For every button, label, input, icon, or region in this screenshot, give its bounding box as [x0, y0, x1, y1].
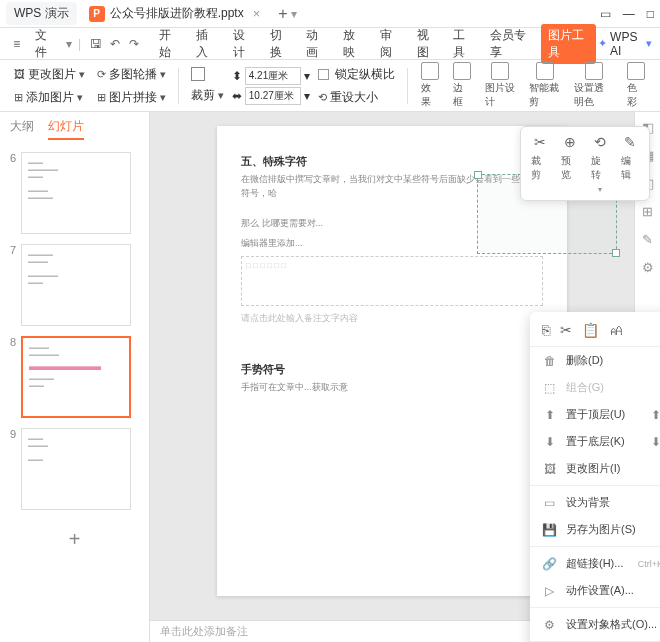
pic-tile-button[interactable]: ⊞ 图片拼接 ▾: [93, 87, 170, 108]
file-menu[interactable]: 文件: [27, 24, 64, 64]
crop-label[interactable]: 裁剪▾: [187, 85, 228, 106]
menu-transition[interactable]: 切换: [263, 24, 298, 64]
menu-review[interactable]: 审阅: [373, 24, 408, 64]
multi-rotate-button[interactable]: ⟳ 多图轮播 ▾: [93, 64, 170, 85]
current-slide: 五、特殊字符 在微信排版中撰写文章时，当我们对文中某些符号后面缺少会看到一些特殊…: [217, 126, 567, 596]
ctx-label: 超链接(H)...: [566, 556, 629, 571]
add-tab-button[interactable]: +: [278, 5, 287, 23]
rside-btn-4[interactable]: ⊞: [640, 204, 656, 220]
ctx-icon: 💾: [542, 523, 557, 537]
ctx-item-0[interactable]: 🗑删除(D)›: [530, 347, 660, 374]
ctx-item-6[interactable]: 💾另存为图片(S)›: [530, 516, 660, 543]
border-button[interactable]: 边框: [448, 62, 476, 109]
rotate-icon: ⟲: [591, 133, 609, 151]
width-icon: ⬌: [232, 89, 242, 103]
transparency-button[interactable]: 设置透明色: [569, 62, 618, 109]
color-button[interactable]: 色彩: [622, 62, 650, 109]
ctx-icon: ⬇: [542, 435, 557, 449]
ctx-label: 置于顶层(U): [566, 407, 639, 422]
file-tab[interactable]: P 公众号排版进阶教程.pptx ×: [81, 2, 269, 25]
slide-panel: 大纲 幻灯片 6▬▬▬▬▬▬▬▬▬▬▬▬▬▬▬▬▬▬▬▬▬ 7▬▬▬▬▬▬▬▬▬…: [0, 112, 150, 642]
ctx-icon: 🖼: [542, 462, 557, 476]
ctx-item-4[interactable]: 🖼更改图片(I)›: [530, 455, 660, 482]
maximize-icon[interactable]: □: [647, 7, 654, 21]
edit-icon: ✎: [621, 133, 639, 151]
undo-icon[interactable]: ↶: [106, 37, 123, 51]
tab-slides[interactable]: 幻灯片: [48, 118, 84, 140]
ctx-label: 更改图片(I): [566, 461, 651, 476]
thumbnails: 6▬▬▬▬▬▬▬▬▬▬▬▬▬▬▬▬▬▬▬▬▬ 7▬▬▬▬▬▬▬▬▬▬▬▬▬▬▬▬…: [0, 146, 149, 642]
slide-text: 手指可在文章中...获取示意: [241, 381, 543, 395]
float-edit[interactable]: ✎编辑: [621, 133, 639, 194]
ctx-item-5[interactable]: ▭设为背景: [530, 489, 660, 516]
cut-icon[interactable]: ✂: [560, 322, 572, 338]
wps-ai-button[interactable]: ✦ WPS AI ▾: [598, 30, 652, 58]
menu-member[interactable]: 会员专享: [483, 24, 539, 64]
ctx-item-2[interactable]: ⬆置于顶层(U)⬆: [530, 401, 660, 428]
thumb-7[interactable]: ▬▬▬▬▬▬▬▬▬▬▬▬▬▬▬▬▬▬: [21, 244, 131, 326]
context-menu: ⎘ ✂ 📋 🗚 🗑删除(D)›⬚组合(G)›⬆置于顶层(U)⬆⬇置于底层(K)⬇…: [530, 312, 660, 642]
ctx-icon: ⬚: [542, 381, 557, 395]
float-preview[interactable]: ⊕预览: [561, 133, 579, 194]
slide-canvas[interactable]: 五、特殊字符 在微信排版中撰写文章时，当我们对文中某些符号后面缺少会看到一些特殊…: [150, 112, 634, 620]
ribbon-toolbar: 🖼 更改图片 ▾ ⊞ 添加图片 ▾ ⟳ 多图轮播 ▾ ⊞ 图片拼接 ▾ 裁剪▾ …: [0, 60, 660, 112]
paste-icon[interactable]: 📋: [582, 322, 599, 338]
height-input[interactable]: [245, 87, 301, 105]
close-tab-icon[interactable]: ×: [253, 6, 261, 21]
pic-design-button[interactable]: 图片设计: [480, 62, 521, 109]
effect-button[interactable]: 效果: [416, 62, 444, 109]
ctx-label: 另存为图片(S): [566, 522, 651, 537]
crop-button[interactable]: [187, 65, 228, 83]
copy-icon[interactable]: ⎘: [542, 322, 550, 338]
file-name: 公众号排版进阶教程.pptx: [110, 5, 244, 22]
thumb-8[interactable]: ▬▬▬▬▬▬▬▬▬▬▬▬▬▬▬▬▬▬▬▬▬▬▬▬: [21, 336, 131, 418]
add-pic-button[interactable]: ⊞ 添加图片 ▾: [10, 87, 89, 108]
ctx-icon: ⬆: [542, 408, 557, 422]
thumb-6[interactable]: ▬▬▬▬▬▬▬▬▬▬▬▬▬▬▬▬▬▬▬▬▬: [21, 152, 131, 234]
change-pic-button[interactable]: 🖼 更改图片 ▾: [10, 64, 89, 85]
ctx-item-3[interactable]: ⬇置于底层(K)⬇: [530, 428, 660, 455]
menu-view[interactable]: 视图: [410, 24, 445, 64]
lock-ratio-check[interactable]: 锁定纵横比: [314, 64, 399, 85]
format-icon[interactable]: 🗚: [609, 322, 623, 338]
slide-heading-2: 手势符号: [241, 362, 543, 377]
floating-toolbar: ✂裁剪 ⊕预览 ⟲旋转▾ ✎编辑: [520, 126, 650, 201]
menu-slideshow[interactable]: 放映: [336, 24, 371, 64]
add-slide-button[interactable]: +: [6, 520, 143, 559]
menu-start[interactable]: 开始: [152, 24, 187, 64]
save-icon[interactable]: 🖫: [87, 37, 104, 51]
rside-btn-5[interactable]: ✎: [640, 232, 656, 248]
ctx-icon: ▷: [542, 584, 557, 598]
ctx-icon: 🗑: [542, 354, 557, 368]
ctx-label: 删除(D): [566, 353, 651, 368]
ctx-item-8[interactable]: ▷动作设置(A)...: [530, 577, 660, 604]
slide-placeholder: 请点击此处输入备注文字内容: [241, 312, 543, 326]
float-crop[interactable]: ✂裁剪: [531, 133, 549, 194]
menu-pic-tools[interactable]: 图片工具: [541, 24, 597, 64]
ctx-item-9[interactable]: ⚙设置对象格式(O)...: [530, 611, 660, 638]
menu-animation[interactable]: 动画: [299, 24, 334, 64]
tab-outline[interactable]: 大纲: [10, 118, 34, 140]
redo-icon[interactable]: ↷: [126, 37, 143, 51]
ctx-item-1[interactable]: ⬚组合(G)›: [530, 374, 660, 401]
ctx-item-7[interactable]: 🔗超链接(H)...Ctrl+K: [530, 550, 660, 577]
ctx-icon: 🔗: [542, 557, 557, 571]
menu-tools[interactable]: 工具: [446, 24, 481, 64]
minimize-icon[interactable]: —: [623, 7, 635, 21]
thumb-9[interactable]: ▬▬▬▬▬▬▬▬▬▬: [21, 428, 131, 510]
ctx-label: 动作设置(A)...: [566, 583, 660, 598]
smart-crop-button[interactable]: 智能裁剪: [524, 62, 565, 109]
ctx-icon: ▭: [542, 496, 557, 510]
height-icon: ⬍: [232, 69, 242, 83]
ctx-label: 置于底层(K): [566, 434, 639, 449]
ctx-icon: ⚙: [542, 618, 557, 632]
menu-toggle-icon[interactable]: ≡: [8, 37, 25, 51]
window-menu-icon[interactable]: ▭: [600, 7, 611, 21]
rside-btn-6[interactable]: ⚙: [640, 260, 656, 276]
float-rotate[interactable]: ⟲旋转▾: [591, 133, 609, 194]
width-input[interactable]: [245, 67, 301, 85]
reset-size-button[interactable]: ⟲ 重设大小: [314, 87, 399, 108]
menu-design[interactable]: 设计: [226, 24, 261, 64]
app-tab[interactable]: WPS 演示: [6, 2, 77, 25]
menu-insert[interactable]: 插入: [189, 24, 224, 64]
